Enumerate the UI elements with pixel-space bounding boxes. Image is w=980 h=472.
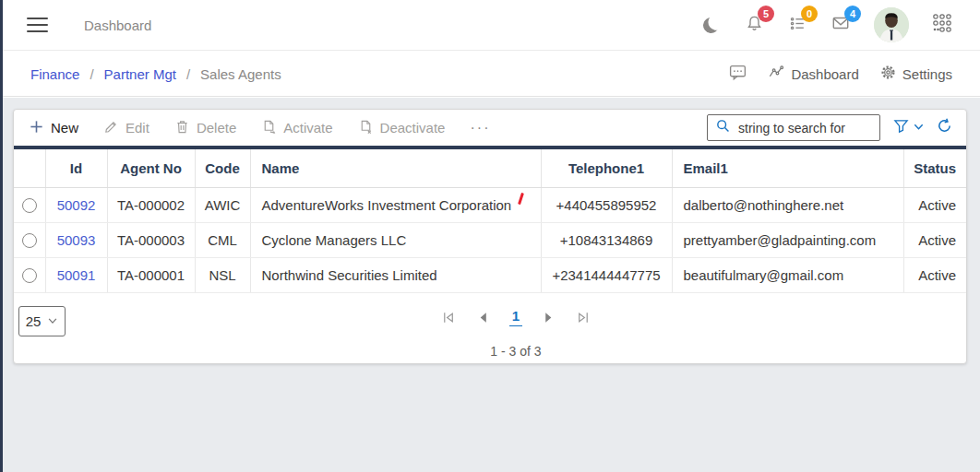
row-id-link[interactable]: 50091 [57, 267, 96, 283]
tasks-button[interactable]: 0 [787, 15, 807, 35]
chevron-down-icon [913, 120, 925, 136]
select-all-header [14, 149, 45, 187]
breadcrumb-separator: / [186, 66, 190, 82]
activate-button-label: Activate [283, 120, 332, 136]
pagination-bar: 25 1 [14, 293, 966, 363]
row-name: Northwind Securities Limited [250, 257, 541, 292]
settings-link[interactable]: Settings [879, 64, 952, 84]
hamburger-menu-icon[interactable] [27, 18, 48, 32]
red-cursor-mark [518, 192, 524, 204]
row-id-link[interactable]: 50092 [57, 197, 96, 213]
search-input[interactable] [736, 120, 874, 136]
row-agent-no: TA-000001 [107, 257, 195, 292]
row-email1: beautifulmary@gmail.com [672, 257, 903, 292]
pager: 1 [14, 309, 966, 326]
current-page-number[interactable]: 1 [509, 309, 522, 326]
messages-button[interactable]: 4 [831, 15, 851, 35]
last-page-button[interactable] [575, 310, 591, 325]
breadcrumb-actions: Dashboard Settings [728, 63, 952, 85]
comments-button[interactable] [728, 63, 747, 85]
column-header-id[interactable]: Id [45, 149, 107, 187]
deactivate-button-label: Deactivate [380, 120, 446, 136]
next-page-button[interactable] [542, 311, 556, 324]
column-header-status[interactable]: Status [903, 149, 966, 187]
notifications-badge: 5 [758, 6, 774, 22]
refresh-button[interactable] [936, 117, 953, 138]
filter-button[interactable] [892, 117, 925, 138]
tasks-badge: 0 [801, 6, 818, 22]
breadcrumb-item-partner-mgt[interactable]: Partner Mgt [104, 66, 176, 82]
column-header-email1[interactable]: Email1 [672, 149, 903, 187]
delete-button-label: Delete [197, 120, 236, 136]
table-row: 50093 TA-000003 CML Cyclone Managers LLC… [14, 222, 966, 257]
topbar-actions: 5 0 4 [700, 7, 952, 42]
avatar-image [874, 7, 909, 42]
column-header-telephone1[interactable]: Telephone1 [541, 149, 672, 187]
plus-icon [29, 119, 44, 137]
dashboard-link-label: Dashboard [791, 66, 858, 82]
row-name: AdventureWorks Investment Corporation [250, 187, 541, 222]
page-background: New Edit [0, 98, 980, 472]
row-select-radio[interactable] [22, 233, 37, 248]
sales-agents-table: Id Agent No Code Name Telephone1 Email1 … [14, 149, 966, 293]
row-select-radio[interactable] [22, 268, 37, 283]
search-box [707, 114, 880, 141]
deactivate-button[interactable]: Deactivate [358, 119, 446, 137]
row-name: Cyclone Managers LLC [250, 222, 541, 257]
app-grid-icon [931, 12, 953, 38]
row-agent-no: TA-000002 [107, 187, 195, 222]
document-deactivate-icon [358, 119, 374, 137]
table-row: 50092 TA-000002 AWIC AdventureWorks Inve… [14, 187, 966, 222]
settings-link-label: Settings [902, 66, 952, 82]
pencil-icon [103, 119, 119, 137]
column-header-agent-no[interactable]: Agent No [107, 149, 195, 187]
search-icon [715, 118, 731, 137]
messages-badge: 4 [844, 6, 861, 22]
dashboard-link[interactable]: Dashboard [768, 64, 858, 84]
row-code: NSL [195, 257, 250, 292]
analytics-icon [768, 64, 785, 84]
dark-mode-toggle[interactable] [700, 15, 721, 35]
new-button[interactable]: New [29, 119, 78, 137]
table-row: 50091 TA-000001 NSL Northwind Securities… [14, 257, 966, 292]
document-activate-icon [261, 119, 277, 137]
row-status: Active [903, 187, 966, 222]
trash-icon [174, 119, 190, 137]
breadcrumb: Finance / Partner Mgt / Sales Agents [30, 66, 281, 82]
row-select-radio[interactable] [22, 198, 37, 213]
more-commands-button[interactable]: ··· [470, 121, 490, 136]
new-button-label: New [51, 120, 78, 136]
row-email1: dalberto@nothinghere.net [672, 187, 903, 222]
grid-card: New Edit [13, 109, 967, 364]
topbar: Dashboard 5 0 [0, 0, 980, 51]
filter-funnel-icon [892, 117, 910, 138]
delete-button[interactable]: Delete [174, 119, 236, 137]
sidebar-edge [0, 0, 3, 472]
row-id-link[interactable]: 50093 [57, 232, 96, 248]
gear-icon [879, 64, 897, 84]
pagination-range-label: 1 - 3 of 3 [14, 344, 966, 359]
first-page-button[interactable] [441, 310, 457, 325]
edit-button[interactable]: Edit [103, 119, 149, 137]
topbar-title: Dashboard [84, 18, 151, 33]
previous-page-button[interactable] [476, 311, 490, 324]
breadcrumb-separator: / [90, 66, 93, 82]
breadcrumb-bar: Finance / Partner Mgt / Sales Agents [0, 52, 980, 97]
breadcrumb-item-finance[interactable]: Finance [30, 66, 79, 82]
user-avatar[interactable] [874, 7, 909, 42]
app-launcher-button[interactable] [932, 15, 952, 35]
row-code: AWIC [195, 187, 250, 222]
notifications-button[interactable]: 5 [744, 15, 764, 35]
table-header-row: Id Agent No Code Name Telephone1 Email1 … [14, 149, 966, 187]
row-code: CML [195, 222, 250, 257]
row-agent-no: TA-000003 [107, 222, 195, 257]
comment-icon [728, 63, 747, 85]
activate-button[interactable]: Activate [261, 119, 332, 137]
column-header-code[interactable]: Code [195, 149, 250, 187]
row-telephone1: +2341444447775 [541, 257, 672, 292]
row-status: Active [903, 222, 966, 257]
row-telephone1: +440455895952 [541, 187, 672, 222]
grid-toolbar: New Edit [14, 110, 966, 146]
column-header-name[interactable]: Name [250, 149, 541, 187]
edit-button-label: Edit [125, 120, 149, 136]
